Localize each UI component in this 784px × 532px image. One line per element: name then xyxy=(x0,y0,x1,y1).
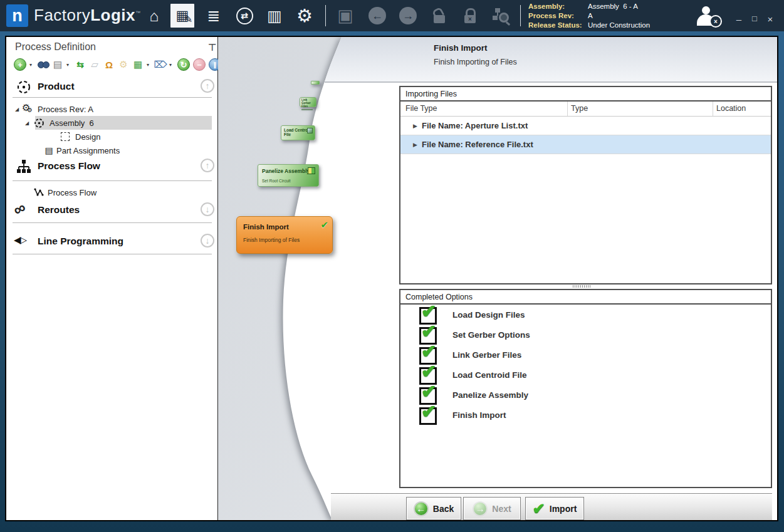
panel-title: Importing Files xyxy=(400,87,771,102)
print-icon[interactable]: ▤ xyxy=(52,59,63,70)
column-header-type[interactable]: Type xyxy=(571,104,588,113)
sidebar-section-line-programming[interactable]: ◀▷ Line Programming ↓ xyxy=(6,233,218,252)
section-label: Reroutes xyxy=(38,204,80,216)
back-label: Back xyxy=(433,504,454,514)
next-button-disabled[interactable]: → Next xyxy=(463,497,521,520)
tree-item-process-flow[interactable]: Process Flow xyxy=(6,185,218,199)
expander-icon[interactable]: ◢ xyxy=(13,107,21,112)
expand-arrow-icon[interactable]: ▶ xyxy=(413,142,417,148)
import-button[interactable]: ✔ Import xyxy=(525,497,584,520)
flow-search-icon[interactable] xyxy=(489,4,513,28)
flow-node-load-centroid[interactable]: Load Centroid File xyxy=(281,125,315,140)
export-icon[interactable]: ▦ xyxy=(132,59,144,70)
panel-splitter[interactable] xyxy=(573,285,590,288)
back-button[interactable]: ← Back xyxy=(406,497,461,520)
divider xyxy=(13,97,212,98)
pin-icon[interactable]: ⊤ xyxy=(208,42,216,53)
home-icon[interactable]: ⌂ xyxy=(142,4,166,28)
toolbar-separator-2 xyxy=(520,5,521,26)
data-import-icon[interactable]: ≣ xyxy=(202,4,226,28)
checkbox-checked[interactable]: ✔ xyxy=(419,407,437,425)
sync-icon[interactable]: ⇄ xyxy=(233,4,256,28)
option-label: Link Gerber Files xyxy=(452,350,521,360)
print-caret-icon[interactable]: ▾ xyxy=(66,62,71,68)
delete-caret-icon[interactable]: ▾ xyxy=(169,62,174,68)
page-subtitle: Finish Importing of Files xyxy=(434,58,517,66)
minimize-button[interactable]: – xyxy=(732,14,746,24)
flow-node-tiny[interactable] xyxy=(311,81,320,85)
top-bar: n FactoryLogix™ ⌂ ▦ ✎ ≣ ⇄ ▥ ⚙ ▣ ← → × xyxy=(0,0,784,31)
pencil-icon: ✎ xyxy=(184,14,192,25)
expand-arrow-icon[interactable]: ▶ xyxy=(413,123,417,129)
tree-item-assembly[interactable]: ◢ Assembly 6 xyxy=(6,116,218,130)
flow-node-link-gerber[interactable]: Link Gerber Files xyxy=(300,97,316,107)
stop-icon: − xyxy=(193,58,206,71)
column-divider[interactable] xyxy=(567,102,568,116)
column-divider[interactable] xyxy=(713,102,713,116)
tree-item-label: Part Assignments xyxy=(56,146,120,155)
collapse-down-icon[interactable]: ↓ xyxy=(201,234,214,248)
collapse-down-icon[interactable]: ↓ xyxy=(201,202,214,216)
sidebar-section-process-flow[interactable]: Process Flow ↑ xyxy=(6,158,218,177)
maximize-button[interactable]: □ xyxy=(748,14,761,23)
nav-back-icon[interactable]: ← xyxy=(365,4,389,28)
add-caret-icon[interactable]: ▾ xyxy=(29,62,34,68)
table-header: File Type Type Location xyxy=(400,102,771,117)
tree-item-part-assignments[interactable]: ▤ Part Assignments xyxy=(6,143,218,157)
settings-gear-icon[interactable]: ⚙ xyxy=(293,4,316,28)
completed-options-panel: Completed Options ✔ Load Design Files ✔ … xyxy=(399,289,772,488)
reports-icon[interactable]: ▥ xyxy=(263,4,286,28)
tree-item-label: Process Rev: A xyxy=(38,105,93,114)
node-title: Finish Import xyxy=(243,223,326,231)
completed-option: ✔ Load Centroid File xyxy=(400,366,771,386)
collapse-up-icon[interactable]: ↑ xyxy=(201,159,214,172)
tree-item-design[interactable]: Design xyxy=(6,130,218,143)
options-gear-icon[interactable]: ⚙ xyxy=(118,59,129,70)
bell-icon[interactable]: Ω xyxy=(103,59,115,70)
collapse-up-icon[interactable]: ↑ xyxy=(201,79,214,93)
process-rev-label: Process Rev: xyxy=(528,11,588,21)
option-label: Finish Import xyxy=(452,410,506,420)
product-cube-icon xyxy=(16,80,31,95)
close-button[interactable]: × xyxy=(763,14,777,24)
release-status-value: Under Construction xyxy=(588,21,650,30)
brand-title: FactoryLogix™ xyxy=(34,6,141,25)
user-status-icon[interactable]: × xyxy=(694,5,719,28)
completed-option: ✔ Set Gerber Options xyxy=(400,326,771,346)
find-icon[interactable] xyxy=(38,59,49,70)
column-header-location[interactable]: Location xyxy=(716,104,746,113)
save-icon[interactable]: ▣ xyxy=(333,4,357,28)
table-row-selected[interactable]: ▶ File Name: Reference File.txt xyxy=(400,135,771,154)
part-assignments-icon: ▤ xyxy=(43,145,55,155)
unlock-icon[interactable] xyxy=(427,4,451,28)
process-rev-value: A xyxy=(588,11,593,21)
panelize-grid-icon xyxy=(308,167,315,174)
lock-x-icon[interactable]: × xyxy=(458,4,482,28)
plugin-icon[interactable]: ⇆ xyxy=(75,59,86,70)
checkmark-icon: ✔ xyxy=(421,321,436,342)
flow-node-finish-import[interactable]: Finish Import Finish Importing of Files … xyxy=(236,216,333,254)
column-header-file-type[interactable]: File Type xyxy=(405,104,437,113)
add-icon[interactable]: + xyxy=(14,58,26,71)
table-row[interactable]: ▶ File Name: Aperture List.txt xyxy=(400,117,771,135)
row-label: File Name: Reference File.txt xyxy=(422,140,533,149)
delete-icon[interactable]: ⌦ xyxy=(155,59,166,70)
assembly-info: Assembly:Assembly 6 - A Process Rev:A Re… xyxy=(528,2,650,30)
process-rev-gears-icon: ⚙⚙ xyxy=(21,103,34,115)
export-caret-icon[interactable]: ▾ xyxy=(147,62,152,68)
nav-forward-icon[interactable]: → xyxy=(396,4,420,28)
node-title: Panelize Assembly xyxy=(262,168,315,174)
flow-node-panelize-assembly[interactable]: Panelize Assembly Set Root Circuit xyxy=(258,164,319,187)
refresh-icon[interactable]: ↻ xyxy=(177,58,190,71)
tree-item-process-rev[interactable]: ◢ ⚙⚙ Process Rev: A xyxy=(6,102,218,116)
assembly-cube-icon xyxy=(34,118,44,128)
tree-item-label: Assembly 6 xyxy=(50,118,94,128)
sidebar-section-reroutes[interactable]: ∞ Reroutes ↓ xyxy=(6,202,218,221)
option-label: Load Centroid File xyxy=(452,370,527,380)
process-definition-tab-icon[interactable]: ▦ ✎ xyxy=(170,4,194,28)
completed-option: ✔ Panelize Assembly xyxy=(400,386,771,406)
section-label: Process Flow xyxy=(38,160,100,172)
checkmark-icon: ✔ xyxy=(421,301,436,322)
sidebar-section-product[interactable]: Product ↑ xyxy=(6,78,218,97)
expander-icon[interactable]: ◢ xyxy=(23,120,31,126)
